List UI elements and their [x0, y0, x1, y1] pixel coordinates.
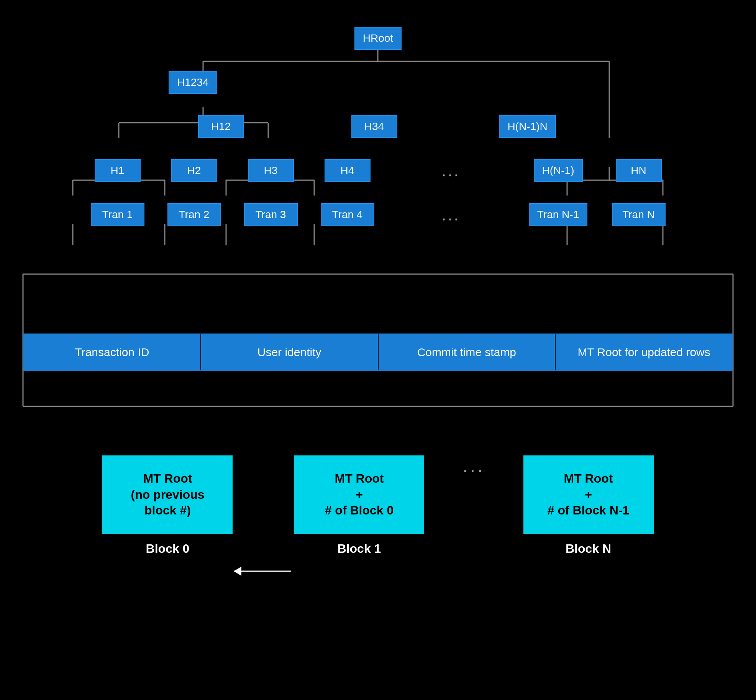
node-hn1n: H(N-1)N — [499, 115, 556, 138]
block-0-column: MT Root (no previous block #) Block 0 — [95, 455, 240, 556]
field-transaction-id: Transaction ID — [24, 334, 201, 370]
block-n-title: Block N — [566, 542, 611, 556]
level4-dots: ... — [441, 205, 460, 224]
block-n-label: MT Root + # of Block N-1 — [548, 471, 629, 519]
level-1-row: H1234 — [0, 71, 756, 94]
node-h1: H1 — [95, 159, 141, 182]
level-3-row: H1 H2 H3 H4 ... H(N-1) HN — [0, 159, 756, 182]
blocks-section: MT Root (no previous block #) Block 0 MT… — [0, 455, 756, 556]
node-h4: H4 — [325, 159, 371, 182]
level-0-row: HRoot — [0, 27, 756, 50]
node-h2: H2 — [171, 159, 217, 182]
field-user-identity: User identity — [201, 334, 379, 370]
level3-dots: ... — [441, 161, 460, 180]
level-4-row: Tran 1 Tran 2 Tran 3 Tran 4 ... Tran N-1… — [0, 203, 756, 226]
block-1-box: MT Root + # of Block 0 — [294, 455, 424, 534]
node-hn: HN — [616, 159, 662, 182]
node-h34: H34 — [351, 115, 397, 138]
blocks-dots: ... — [462, 455, 485, 477]
block-n-box: MT Root + # of Block N-1 — [523, 455, 654, 534]
node-tran4: Tran 4 — [321, 203, 374, 226]
node-tran1: Tran 1 — [91, 203, 144, 226]
node-trann1: Tran N-1 — [529, 203, 587, 226]
transaction-record: Transaction ID User identity Commit time… — [23, 334, 733, 371]
node-tran3: Tran 3 — [244, 203, 298, 226]
content-layer: HRoot H1234 H12 H34 H(N-1)N H1 H2 — [0, 15, 756, 556]
block-1-column: MT Root + # of Block 0 Block 1 — [286, 455, 432, 556]
block-1-title: Block 1 — [338, 542, 381, 556]
block-1-label: MT Root + # of Block 0 — [325, 471, 394, 519]
node-hn1: H(N-1) — [534, 159, 583, 182]
diagram-container: HRoot H1234 H12 H34 H(N-1)N H1 H2 — [0, 0, 756, 700]
block-0-title: Block 0 — [146, 542, 190, 556]
field-mt-root: MT Root for updated rows — [556, 334, 732, 370]
node-trann: Tran N — [612, 203, 666, 226]
block-0-label: MT Root (no previous block #) — [131, 471, 204, 519]
node-h3: H3 — [248, 159, 294, 182]
node-h1234: H1234 — [169, 71, 217, 94]
node-h12: H12 — [198, 115, 244, 138]
svg-marker-37 — [234, 567, 241, 576]
block-n-column: MT Root + # of Block N-1 Block N — [516, 455, 661, 556]
block-0-box: MT Root (no previous block #) — [102, 455, 233, 534]
node-hroot: HRoot — [354, 27, 402, 50]
field-commit-timestamp: Commit time stamp — [379, 334, 556, 370]
node-tran2: Tran 2 — [167, 203, 221, 226]
level-2-row: H12 H34 H(N-1)N — [0, 115, 756, 138]
